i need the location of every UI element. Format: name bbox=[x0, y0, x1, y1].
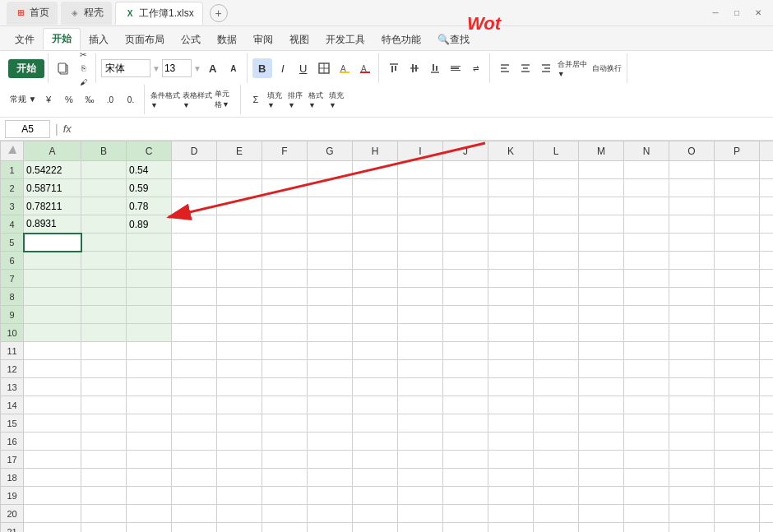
cell-L12[interactable] bbox=[534, 360, 579, 378]
cell-C4[interactable]: 0.89 bbox=[127, 215, 172, 234]
row-num-6[interactable]: 6 bbox=[1, 252, 24, 270]
cell-H17[interactable] bbox=[353, 451, 398, 469]
cell-F12[interactable] bbox=[262, 360, 308, 378]
cell-G1[interactable] bbox=[308, 161, 353, 179]
cell-I18[interactable] bbox=[398, 469, 443, 487]
cell-C6[interactable] bbox=[127, 252, 172, 270]
fill-right-button[interactable]: 填充▼ bbox=[328, 90, 348, 109]
align-bottom-button[interactable] bbox=[425, 58, 445, 78]
cell-Q19[interactable] bbox=[760, 487, 774, 505]
cell-C11[interactable] bbox=[127, 342, 172, 360]
cell-D10[interactable] bbox=[172, 324, 217, 342]
auto-wrap-button[interactable]: 自动换行 bbox=[590, 58, 623, 78]
cell-G21[interactable] bbox=[308, 523, 353, 533]
row-num-13[interactable]: 13 bbox=[1, 378, 24, 396]
cell-J15[interactable] bbox=[443, 414, 488, 433]
cell-J6[interactable] bbox=[443, 252, 488, 270]
cell-D2[interactable] bbox=[172, 179, 217, 197]
col-header-h[interactable]: H bbox=[353, 141, 398, 161]
cell-L15[interactable] bbox=[534, 414, 579, 433]
cell-G15[interactable] bbox=[308, 414, 353, 433]
number-format-select[interactable]: 常规 ▼ bbox=[8, 90, 38, 109]
cell-M2[interactable] bbox=[579, 179, 624, 197]
cell-Q11[interactable] bbox=[760, 342, 774, 360]
cell-A11[interactable] bbox=[24, 342, 81, 360]
cell-I21[interactable] bbox=[398, 523, 443, 533]
ribbon-tab-view[interactable]: 视图 bbox=[281, 30, 317, 50]
cell-A14[interactable] bbox=[24, 396, 81, 414]
col-header-d[interactable]: D bbox=[172, 141, 217, 161]
cell-G5[interactable] bbox=[308, 234, 353, 252]
cell-L21[interactable] bbox=[534, 523, 579, 533]
cell-F13[interactable] bbox=[262, 378, 308, 396]
cell-H20[interactable] bbox=[353, 505, 398, 523]
cell-G11[interactable] bbox=[308, 342, 353, 360]
copy-button[interactable]: ⎘ bbox=[74, 62, 92, 75]
wrap-text-button[interactable] bbox=[446, 58, 465, 78]
cell-P21[interactable] bbox=[715, 523, 760, 533]
cell-A6[interactable] bbox=[24, 252, 81, 270]
cell-E16[interactable] bbox=[217, 433, 262, 451]
cell-F17[interactable] bbox=[262, 451, 308, 469]
row-num-15[interactable]: 15 bbox=[1, 414, 24, 433]
row-num-16[interactable]: 16 bbox=[1, 433, 24, 451]
cell-M13[interactable] bbox=[579, 378, 624, 396]
cell-N21[interactable] bbox=[624, 523, 669, 533]
cell-M20[interactable] bbox=[579, 505, 624, 523]
cell-Q6[interactable] bbox=[760, 252, 774, 270]
cell-style-button[interactable]: 单元格▼ bbox=[214, 90, 237, 109]
cell-L9[interactable] bbox=[534, 306, 579, 324]
cell-O21[interactable] bbox=[669, 523, 715, 533]
cell-N9[interactable] bbox=[624, 306, 669, 324]
cell-E6[interactable] bbox=[217, 252, 262, 270]
conditional-format-button[interactable]: 条件格式▼ bbox=[150, 90, 181, 109]
cell-K11[interactable] bbox=[488, 342, 534, 360]
cell-B12[interactable] bbox=[81, 360, 127, 378]
bold-button[interactable]: B bbox=[252, 58, 272, 78]
cell-P13[interactable] bbox=[715, 378, 760, 396]
cell-H1[interactable] bbox=[353, 161, 398, 179]
cell-P5[interactable] bbox=[715, 234, 760, 252]
cell-Q3[interactable] bbox=[760, 197, 774, 215]
cell-D16[interactable] bbox=[172, 433, 217, 451]
cell-N6[interactable] bbox=[624, 252, 669, 270]
cell-P15[interactable] bbox=[715, 414, 760, 433]
col-header-a[interactable]: A bbox=[24, 141, 81, 161]
cell-G17[interactable] bbox=[308, 451, 353, 469]
cell-L8[interactable] bbox=[534, 288, 579, 306]
row-num-21[interactable]: 21 bbox=[1, 523, 24, 533]
cell-L13[interactable] bbox=[534, 378, 579, 396]
grid-area[interactable]: A B C D E F G H I J K L M N O bbox=[0, 141, 773, 532]
cell-O3[interactable] bbox=[669, 197, 715, 215]
cell-P19[interactable] bbox=[715, 487, 760, 505]
cell-C15[interactable] bbox=[127, 414, 172, 433]
cell-J13[interactable] bbox=[443, 378, 488, 396]
cell-N19[interactable] bbox=[624, 487, 669, 505]
cell-M9[interactable] bbox=[579, 306, 624, 324]
cell-H6[interactable] bbox=[353, 252, 398, 270]
cell-P14[interactable] bbox=[715, 396, 760, 414]
cell-D3[interactable] bbox=[172, 197, 217, 215]
cell-E5[interactable] bbox=[217, 234, 262, 252]
cell-E11[interactable] bbox=[217, 342, 262, 360]
cell-F7[interactable] bbox=[262, 270, 308, 288]
cell-D21[interactable] bbox=[172, 523, 217, 533]
cell-O5[interactable] bbox=[669, 234, 715, 252]
cell-L1[interactable] bbox=[534, 161, 579, 179]
cell-K21[interactable] bbox=[488, 523, 534, 533]
cell-G18[interactable] bbox=[308, 469, 353, 487]
cut-button[interactable]: ✂ bbox=[74, 48, 92, 61]
cell-O16[interactable] bbox=[669, 433, 715, 451]
cell-E9[interactable] bbox=[217, 306, 262, 324]
cell-C17[interactable] bbox=[127, 451, 172, 469]
row-num-5[interactable]: 5 bbox=[1, 234, 24, 252]
cell-D6[interactable] bbox=[172, 252, 217, 270]
font-color-button[interactable]: A bbox=[355, 58, 375, 78]
cell-K13[interactable] bbox=[488, 378, 534, 396]
col-header-l[interactable]: L bbox=[534, 141, 579, 161]
add-tab-button[interactable]: + bbox=[210, 4, 228, 22]
cell-A19[interactable] bbox=[24, 487, 81, 505]
cell-M5[interactable] bbox=[579, 234, 624, 252]
cell-G12[interactable] bbox=[308, 360, 353, 378]
cell-I13[interactable] bbox=[398, 378, 443, 396]
